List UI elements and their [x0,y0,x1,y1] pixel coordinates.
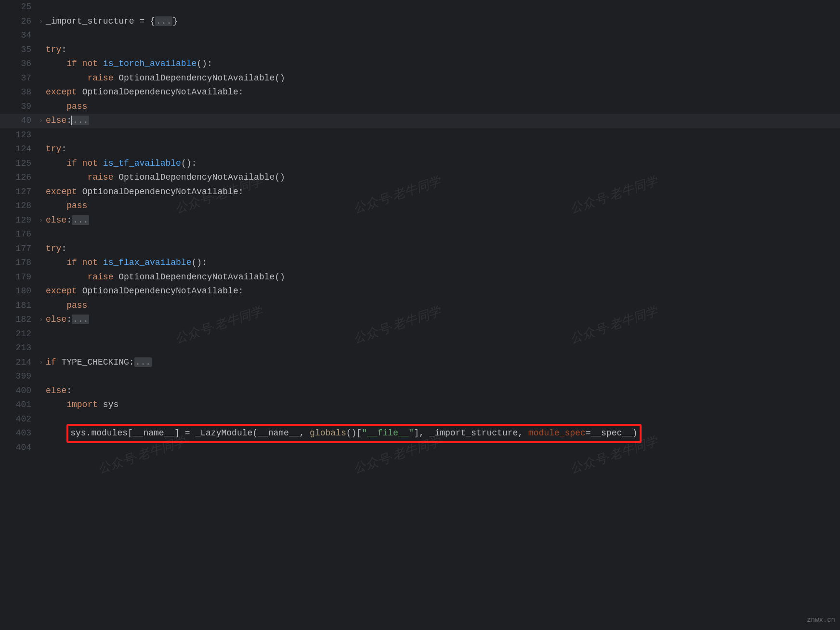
fold-gutter[interactable]: › [36,355,46,370]
line-number: 176 [0,227,36,242]
code-line[interactable]: 127except OptionalDependencyNotAvailable… [0,185,840,199]
token: sys.modules[__name__] = _LazyModule(__na… [70,428,310,438]
code-line[interactable]: 40›else:... [0,114,840,128]
token: OptionalDependencyNotAvailable: [82,187,244,197]
token: except [46,286,82,296]
token: raise [87,272,118,282]
line-number: 123 [0,128,36,143]
code-line[interactable]: 181 pass [0,299,840,313]
token: ], _import_structure, [414,428,528,438]
code-content[interactable]: pass [46,299,840,313]
token: : [66,215,72,225]
code-content[interactable]: else:... [46,114,840,128]
token: ... [72,116,89,125]
line-number: 125 [0,157,36,171]
code-content[interactable]: raise OptionalDependencyNotAvailable() [46,171,840,185]
token: is_tf_available [103,158,181,168]
code-line[interactable]: 180except OptionalDependencyNotAvailable… [0,284,840,299]
token: } [172,16,178,26]
code-line[interactable]: 26›_import_structure = {...} [0,14,840,29]
code-content[interactable]: except OptionalDependencyNotAvailable: [46,185,840,199]
code-line[interactable]: 36 if not is_torch_available(): [0,57,840,71]
code-line[interactable]: 182›else:... [0,313,840,327]
code-line[interactable]: 179 raise OptionalDependencyNotAvailable… [0,270,840,285]
code-line[interactable]: 34 [0,28,840,43]
code-content[interactable]: if not is_tf_available(): [46,157,840,171]
code-content[interactable]: else: [46,384,840,398]
code-line[interactable]: 124try: [0,142,840,157]
token: try [46,144,61,154]
token: is_torch_available [103,59,197,68]
code-line[interactable]: 403 sys.modules[__name__] = _LazyModule(… [0,426,840,441]
code-content[interactable]: try: [46,142,840,157]
code-line[interactable]: 178 if not is_flax_available(): [0,256,840,270]
code-line[interactable]: 177try: [0,242,840,256]
token: OptionalDependencyNotAvailable: [82,87,244,97]
chevron-right-icon[interactable]: › [39,118,42,124]
token: if [46,357,61,367]
code-line[interactable]: 38except OptionalDependencyNotAvailable: [0,85,840,100]
token: pass [66,201,87,210]
line-number: 35 [0,43,36,57]
code-line[interactable]: 213 [0,341,840,355]
code-line[interactable]: 35try: [0,43,840,57]
code-content[interactable]: except OptionalDependencyNotAvailable: [46,284,840,299]
code-line[interactable]: 399 [0,369,840,384]
code-content[interactable]: try: [46,242,840,256]
line-number: 178 [0,256,36,270]
code-line[interactable]: 404 [0,441,840,455]
code-line[interactable]: 400else: [0,384,840,398]
token: TYPE_CHECKING: [61,357,134,367]
code-content[interactable]: else:... [46,213,840,228]
fold-gutter[interactable]: › [36,213,46,228]
fold-gutter[interactable]: › [36,14,46,29]
line-number: 400 [0,384,36,398]
code-content[interactable]: if not is_torch_available(): [46,57,840,71]
code-line[interactable]: 176 [0,227,840,242]
token: ... [72,315,89,324]
token: except [46,187,82,197]
code-content[interactable]: raise OptionalDependencyNotAvailable() [46,270,840,285]
token: OptionalDependencyNotAvailable() [118,73,285,83]
code-content[interactable]: try: [46,43,840,57]
token: pass [66,301,87,310]
code-line[interactable]: 39 pass [0,100,840,114]
code-editor[interactable]: 2526›_import_structure = {...}3435try:36… [0,0,840,455]
code-line[interactable]: 129›else:... [0,213,840,228]
line-number: 34 [0,28,36,43]
token: else [46,315,66,324]
code-content[interactable]: except OptionalDependencyNotAvailable: [46,85,840,100]
code-line[interactable]: 125 if not is_tf_available(): [0,157,840,171]
code-line[interactable]: 212 [0,327,840,341]
token: ()[ [346,428,362,438]
code-content[interactable]: else:... [46,313,840,327]
code-content[interactable]: pass [46,199,840,213]
line-number: 129 [0,213,36,228]
code-line[interactable]: 214›if TYPE_CHECKING:... [0,355,840,370]
code-line[interactable]: 123 [0,128,840,143]
token: if not [66,59,103,68]
code-line[interactable]: 25 [0,0,840,14]
line-number: 26 [0,14,36,29]
line-number: 212 [0,327,36,341]
fold-gutter[interactable]: › [36,312,46,328]
chevron-right-icon[interactable]: › [39,359,42,366]
chevron-right-icon[interactable]: › [39,18,42,25]
code-line[interactable]: 126 raise OptionalDependencyNotAvailable… [0,171,840,185]
code-line[interactable]: 401 import sys [0,398,840,412]
code-content[interactable]: raise OptionalDependencyNotAvailable() [46,71,840,86]
fold-gutter[interactable]: › [36,113,46,129]
token: _import_structure [46,16,139,26]
code-line[interactable]: 37 raise OptionalDependencyNotAvailable(… [0,71,840,86]
chevron-right-icon[interactable]: › [39,316,42,323]
chevron-right-icon[interactable]: › [39,217,42,224]
code-content[interactable]: import sys [46,398,840,412]
line-number: 404 [0,441,36,455]
token: : [61,144,66,154]
code-content[interactable]: pass [46,100,840,114]
token: try [46,244,61,253]
code-line[interactable]: 128 pass [0,199,840,213]
code-content[interactable]: if not is_flax_available(): [46,256,840,270]
code-content[interactable]: if TYPE_CHECKING:... [46,355,840,370]
code-content[interactable]: _import_structure = {...} [46,14,840,29]
